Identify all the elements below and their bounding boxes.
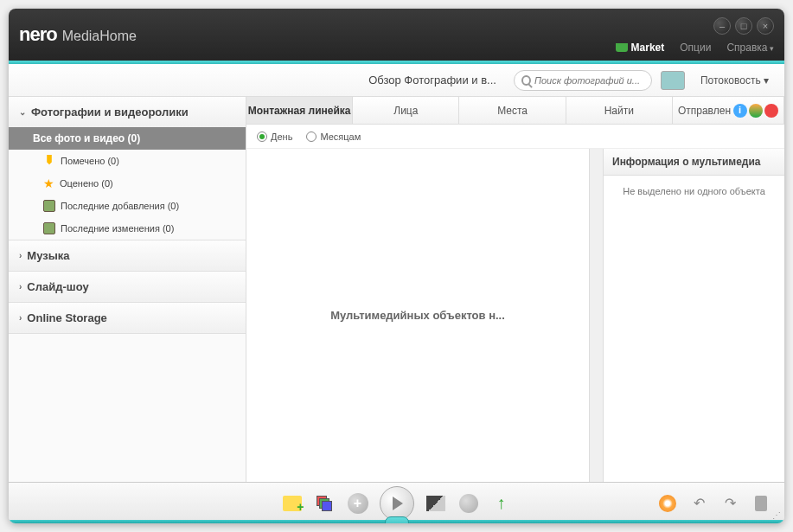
trash-icon (755, 496, 767, 511)
sidebar-item-flagged[interactable]: Помечено (0) (9, 150, 246, 172)
toolbar: Обзор Фотографии и в... Потоковость ▾ (9, 64, 784, 97)
streaming-dropdown[interactable]: Потоковость ▾ (694, 71, 776, 90)
sidebar-section-slideshow: › Слайд-шоу (9, 272, 246, 303)
tab-label: Отправлен (678, 105, 731, 117)
item-label: Оценено (0) (60, 178, 113, 189)
minimize-button[interactable]: – (713, 17, 731, 35)
arrow-up-icon: ↑ (497, 493, 506, 513)
menu-help[interactable]: Справка (726, 42, 774, 54)
chevron-right-icon: › (19, 313, 22, 323)
sidebar-item-recent-changed[interactable]: Последние изменения (0) (9, 217, 246, 240)
sidebar-section-photos: ⌄ Фотографии и видеоролики Все фото и ви… (9, 97, 246, 240)
add-button[interactable]: + (347, 492, 369, 515)
canvas: Мультимедийных объектов н... (246, 149, 589, 482)
market-label: Market (631, 42, 665, 54)
item-label: Последние изменения (0) (61, 223, 174, 234)
flag-icon (43, 155, 55, 167)
disc-icon (659, 495, 676, 512)
workspace: Мультимедийных объектов н... Информация … (246, 149, 784, 482)
add-folder-button[interactable] (281, 492, 304, 515)
star-icon: ★ (43, 177, 54, 189)
close-button[interactable]: × (757, 17, 774, 35)
globe-button[interactable] (457, 492, 480, 515)
section-label: Online Storage (27, 311, 106, 324)
product-text: MediaHome (62, 29, 137, 44)
logo: nero MediaHome (19, 23, 137, 46)
maximize-button[interactable]: □ (735, 17, 752, 35)
app-window: nero MediaHome – □ × Market Опции Справк… (9, 9, 784, 523)
main-area: Монтажная линейка Лица Места Найти Отпра… (246, 97, 784, 482)
tabs: Монтажная линейка Лица Места Найти Отпра… (246, 97, 784, 125)
tab-find[interactable]: Найти (566, 97, 673, 124)
search-icon (521, 75, 531, 86)
chevron-right-icon: › (19, 251, 22, 260)
stack-button[interactable] (314, 492, 336, 515)
undo-icon: ↶ (694, 495, 705, 511)
tab-places[interactable]: Места (459, 97, 566, 124)
tab-sent[interactable]: Отправлен (673, 97, 784, 124)
radio-day[interactable]: День (257, 131, 292, 142)
section-label: Слайд-шоу (27, 280, 88, 293)
delete-button[interactable] (750, 492, 772, 515)
sidebar: ⌄ Фотографии и видеоролики Все фото и ви… (9, 97, 246, 482)
sidebar-item-all[interactable]: Все фото и видео (0) (9, 127, 246, 150)
person-icon[interactable] (749, 104, 763, 118)
market-link[interactable]: Market (616, 42, 665, 54)
tab-faces[interactable]: Лица (353, 97, 459, 124)
redo-icon: ↷ (725, 495, 736, 511)
upload-button[interactable]: ↑ (490, 492, 513, 515)
titlebar: nero MediaHome – □ × Market Опции Справк… (9, 9, 784, 61)
sidebar-header-music[interactable]: › Музыка (9, 240, 246, 271)
item-label: Помечено (0) (61, 156, 119, 166)
radio-month[interactable]: Месяцам (306, 131, 361, 142)
globe-icon (459, 494, 478, 513)
brand-text: nero (19, 23, 57, 46)
radio-label: День (271, 131, 292, 142)
info-panel-body: Не выделено ни одного объекта (604, 176, 784, 207)
undo-button[interactable]: ↶ (687, 492, 710, 515)
recent-icon (43, 222, 55, 234)
slider-track[interactable] (9, 520, 784, 523)
pin-icon[interactable] (764, 104, 778, 118)
slider-thumb[interactable] (385, 516, 409, 523)
section-label: Музыка (27, 249, 69, 262)
display-button[interactable] (661, 71, 685, 90)
sidebar-header-photos[interactable]: ⌄ Фотографии и видеоролики (9, 97, 246, 127)
resize-grip[interactable]: ⋰ (772, 510, 781, 520)
effects-button[interactable] (425, 492, 447, 515)
info-panel: Информация о мультимедиа Не выделено ни … (603, 149, 784, 482)
content-area: ⌄ Фотографии и видеоролики Все фото и ви… (9, 97, 784, 482)
recent-icon (43, 200, 55, 212)
sidebar-item-rated[interactable]: ★ Оценено (0) (9, 172, 246, 195)
sidebar-header-slideshow[interactable]: › Слайд-шоу (9, 272, 246, 302)
plus-icon: + (348, 493, 368, 514)
redo-button[interactable]: ↷ (719, 492, 741, 515)
radio-unchecked-icon (306, 131, 317, 142)
sidebar-header-online[interactable]: › Online Storage (9, 303, 246, 333)
bottombar-center: + ↑ (281, 486, 513, 521)
empty-message: Мультимедийных объектов н... (330, 309, 505, 322)
info-icon[interactable] (733, 104, 747, 118)
menubar: Market Опции Справка (616, 42, 774, 54)
window-controls: – □ × (713, 17, 774, 35)
stack-icon (317, 496, 334, 511)
search-input[interactable] (534, 75, 644, 86)
sidebar-item-recent-added[interactable]: Последние добавления (0) (9, 195, 246, 217)
basket-icon (616, 43, 628, 52)
bottombar-right: ↶ ↷ (656, 492, 772, 515)
radio-label: Месяцам (320, 131, 361, 142)
tab-timeline[interactable]: Монтажная линейка (246, 97, 353, 124)
tab-icons (733, 104, 778, 118)
menu-options[interactable]: Опции (680, 42, 711, 54)
item-label: Все фото и видео (0) (33, 132, 140, 144)
search-box[interactable] (514, 70, 652, 91)
scrollbar[interactable] (589, 149, 603, 482)
filter-row: День Месяцам (246, 125, 784, 149)
play-button[interactable] (380, 486, 414, 521)
item-label: Последние добавления (0) (61, 201, 179, 211)
sidebar-section-music: › Музыка (9, 240, 246, 272)
section-label: Фотографии и видеоролики (31, 106, 189, 119)
burn-button[interactable] (656, 492, 679, 515)
radio-checked-icon (257, 131, 267, 142)
info-panel-title: Информация о мультимедиа (604, 149, 784, 176)
